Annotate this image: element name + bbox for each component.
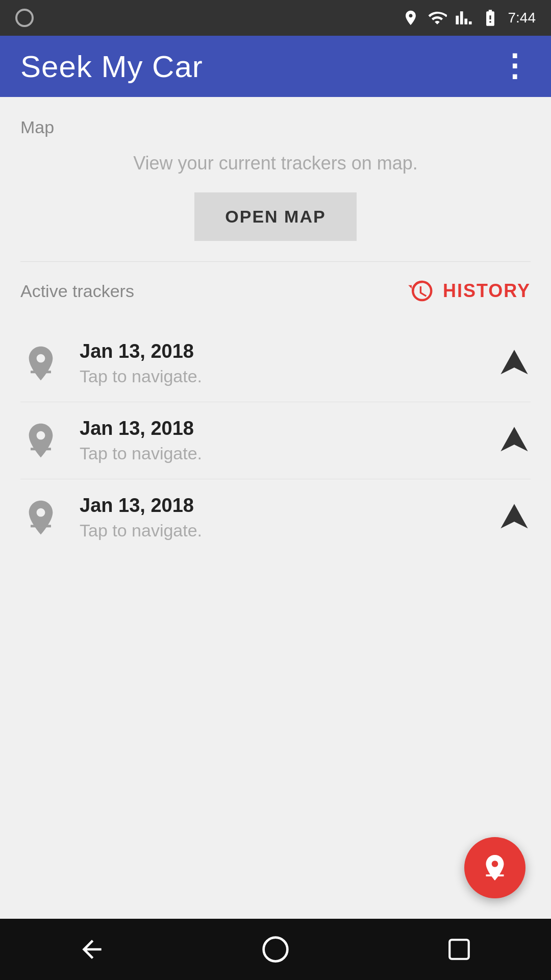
tracker-info: Jan 13, 2018 Tap to navigate. bbox=[80, 495, 498, 541]
svg-rect-10 bbox=[449, 940, 469, 959]
tracker-item[interactable]: Jan 13, 2018 Tap to navigate. bbox=[20, 479, 531, 556]
app-title: Seek My Car bbox=[20, 49, 203, 84]
navigate-arrow-icon bbox=[498, 424, 531, 457]
tracker-info: Jan 13, 2018 Tap to navigate. bbox=[80, 340, 498, 386]
notification-icon bbox=[15, 9, 34, 27]
app-bar: Seek My Car ⋮ bbox=[0, 36, 551, 97]
signal-icon bbox=[455, 9, 472, 27]
home-icon bbox=[261, 935, 290, 964]
tracker-hint: Tap to navigate. bbox=[80, 366, 498, 386]
fab-location-icon bbox=[480, 852, 510, 883]
trackers-section-label: Active trackers bbox=[20, 281, 134, 301]
tracker-date: Jan 13, 2018 bbox=[80, 418, 498, 439]
status-time: 7:44 bbox=[508, 10, 536, 26]
location-pin-icon bbox=[20, 343, 61, 384]
svg-point-9 bbox=[264, 938, 288, 962]
status-left-icons bbox=[15, 9, 34, 27]
history-button[interactable]: HISTORY bbox=[407, 277, 531, 305]
recents-button[interactable] bbox=[439, 929, 480, 970]
tracker-item[interactable]: Jan 13, 2018 Tap to navigate. bbox=[20, 325, 531, 402]
back-icon bbox=[78, 935, 106, 964]
tracker-hint: Tap to navigate. bbox=[80, 444, 498, 463]
tracker-date: Jan 13, 2018 bbox=[80, 495, 498, 517]
trackers-section: Active trackers HISTORY bbox=[20, 277, 531, 556]
map-description: View your current trackers on map. bbox=[20, 153, 531, 174]
navigate-arrow-icon bbox=[498, 347, 531, 380]
map-section: Map View your current trackers on map. O… bbox=[20, 117, 531, 261]
navigation-bar bbox=[0, 919, 551, 980]
navigate-arrow-icon bbox=[498, 501, 531, 534]
location-pin-icon bbox=[20, 420, 61, 461]
tracker-list: Jan 13, 2018 Tap to navigate. Jan 13, 20… bbox=[20, 325, 531, 556]
overflow-menu-button[interactable]: ⋮ bbox=[499, 51, 531, 82]
tracker-hint: Tap to navigate. bbox=[80, 521, 498, 541]
status-right-icons: 7:44 bbox=[402, 8, 536, 28]
status-bar: 7:44 bbox=[0, 0, 551, 36]
add-tracker-fab[interactable] bbox=[464, 837, 525, 898]
content-area: Map View your current trackers on map. O… bbox=[0, 97, 551, 556]
location-pin-icon bbox=[20, 497, 61, 538]
svg-marker-4 bbox=[500, 427, 528, 451]
svg-marker-2 bbox=[500, 350, 528, 374]
tracker-info: Jan 13, 2018 Tap to navigate. bbox=[80, 418, 498, 463]
wifi-icon bbox=[428, 8, 447, 28]
map-section-label: Map bbox=[20, 117, 531, 137]
home-button[interactable] bbox=[255, 929, 296, 970]
tracker-date: Jan 13, 2018 bbox=[80, 340, 498, 362]
back-button[interactable] bbox=[71, 929, 112, 970]
open-map-button[interactable]: OPEN MAP bbox=[194, 192, 356, 241]
svg-marker-6 bbox=[500, 504, 528, 528]
battery-icon bbox=[481, 8, 500, 28]
history-label: HISTORY bbox=[443, 280, 531, 302]
recents-icon bbox=[446, 937, 472, 962]
trackers-header: Active trackers HISTORY bbox=[20, 277, 531, 305]
tracker-item[interactable]: Jan 13, 2018 Tap to navigate. bbox=[20, 402, 531, 479]
location-status-icon bbox=[402, 9, 419, 27]
divider-1 bbox=[20, 261, 531, 262]
